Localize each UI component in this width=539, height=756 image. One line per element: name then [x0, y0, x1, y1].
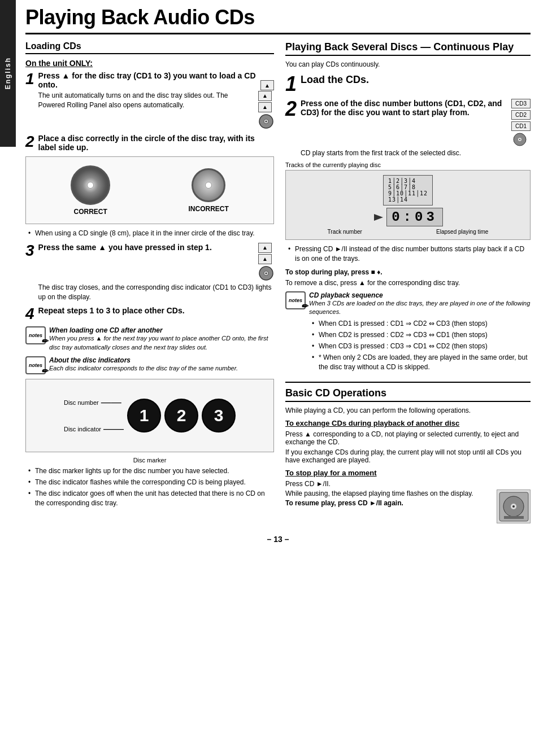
- basic-ops-rule: [285, 382, 531, 383]
- notes-cd-content: CD playback sequence When 3 CDs are load…: [309, 291, 531, 377]
- loading-cds-title: Loading CDs: [25, 41, 274, 54]
- display-area-wrapper: Tracks of the currently playing disc 1│2…: [285, 161, 531, 240]
- disc-num-1: 1: [127, 399, 161, 432]
- step-3-content: ▲ ▲ Press the same ▲ you have pressed in…: [38, 243, 274, 302]
- page-title: Playing Back Audio CDs: [25, 6, 531, 34]
- step-4-number: 4: [25, 306, 34, 322]
- step-1-content: Press ▲ for the disc tray (CD1 to 3) you…: [38, 71, 274, 129]
- right-column: Playing Back Several Discs — Continuous …: [285, 41, 531, 523]
- disc-num-2: 2: [164, 399, 198, 432]
- right-step-2-content: CD3 CD2 CD1 Press one of the disc number…: [301, 99, 531, 157]
- display-bottom-labels: Track number Elapsed playing time: [290, 229, 525, 235]
- play-cursor-icon: [373, 212, 384, 223]
- incorrect-disc: INCORRECT: [188, 168, 228, 213]
- step-4-title: Repeat steps 1 to 3 to place other CDs.: [38, 306, 274, 315]
- disc-indicator-label: Disc indicator: [64, 426, 101, 432]
- cd-seq-4: * When only 2 CDs are loaded, they are p…: [312, 353, 531, 372]
- display-simulation: 1│2│3│4 5│6│7│8 9│10│11│12 13│14 0:03: [285, 170, 531, 240]
- basic-ops-title: Basic CD Operations: [285, 387, 531, 402]
- disc-note-list: When using a CD single (8 cm), place it …: [28, 229, 274, 238]
- step-3: 3 ▲ ▲ Pre: [25, 243, 274, 302]
- pencil-icon-1: ✏: [41, 337, 48, 346]
- continuous-play-title: Playing Back Several Discs — Continuous …: [285, 41, 531, 56]
- page-container: English Playing Back Audio CDs Loading C…: [0, 0, 539, 756]
- step-2-number: 2: [25, 134, 34, 150]
- cd1-btn: CD1: [511, 121, 531, 131]
- cd-device-icon: [498, 491, 529, 522]
- two-column-layout: Loading CDs On the unit ONLY: 1 Press ▲ …: [25, 41, 531, 523]
- disc-note-item: When using a CD single (8 cm), place it …: [28, 229, 274, 238]
- disc-small-icon-2: [258, 265, 274, 281]
- step-4-content: Repeat steps 1 to 3 to place other CDs.: [38, 306, 274, 315]
- incorrect-label: INCORRECT: [188, 205, 228, 213]
- eject-btn-3: ▲: [258, 102, 272, 112]
- eject-btn-1: ▲: [260, 80, 274, 90]
- time-readout: 0:03: [386, 208, 443, 226]
- resume-cd-icon: [497, 490, 531, 523]
- bullet-1: The disc marker lights up for the disc n…: [28, 466, 274, 476]
- exchange-text-2: If you exchange CDs during play, the cur…: [285, 448, 531, 464]
- step-2-content: Place a disc correctly in the circle of …: [38, 134, 274, 152]
- cd-seq-1: When CD1 is pressed : CD1 ⇒ CD2 ⇔ CD3 (t…: [312, 319, 531, 329]
- svg-point-13: [512, 505, 515, 508]
- track-number-label: Track number: [328, 229, 362, 235]
- cd3-btn: CD3: [511, 99, 531, 108]
- step-1: 1 Press ▲ for the disc tray (CD1 to 3) y…: [25, 71, 274, 129]
- language-label: English: [4, 57, 12, 89]
- svg-rect-14: [504, 516, 524, 519]
- correct-label: CORRECT: [73, 208, 107, 216]
- cd-seq-2: When CD2 is pressed : CD2 ⇒ CD3 ⇔ CD1 (t…: [312, 330, 531, 340]
- cd-sequence-text: When 3 CDs are loaded on the disc trays,…: [309, 299, 531, 317]
- step-4: 4 Repeat steps 1 to 3 to place other CDs…: [25, 306, 274, 322]
- exchange-cds-title: To exchange CDs during playback of anoth…: [285, 419, 531, 427]
- disc-numbers: 1 2 3: [127, 399, 236, 432]
- disc-small-icon: [258, 113, 274, 129]
- eject-stack-3: ▲ ▲: [258, 243, 274, 281]
- correct-disc-image: [71, 165, 110, 205]
- cd-play-bullet: Pressing CD ►/II instead of the disc num…: [288, 244, 531, 264]
- notes-content-2: About the disc indicators Each disc indi…: [49, 356, 238, 373]
- disc-number-label: Disc number: [64, 399, 99, 406]
- exchange-text-1: Press ▲ corresponding to a CD, not playi…: [285, 430, 531, 446]
- right-step-1-title: Load the CDs.: [301, 74, 531, 86]
- disc-diagram: CORRECT INCORRECT: [25, 156, 274, 224]
- bullet-2: The disc indicator flashes while the cor…: [28, 478, 274, 487]
- notes-title-2: About the disc indicators: [49, 356, 238, 364]
- step-3-number: 3: [25, 243, 34, 259]
- remove-disc-text: To remove a disc, press ▲ for the corres…: [285, 279, 531, 287]
- cd-buttons-stack: CD3 CD2 CD1: [511, 99, 531, 147]
- step-1-title: Press ▲ for the disc tray (CD1 to 3) you…: [38, 71, 274, 89]
- step-2-title: Place a disc correctly in the circle of …: [38, 134, 274, 152]
- cd-button-disc-icon: [511, 133, 528, 147]
- right-step-1-content: Load the CDs.: [301, 74, 531, 86]
- track-list-display: 1│2│3│4 5│6│7│8 9│10│11│12 13│14: [383, 175, 433, 206]
- bullet-3: The disc indicator goes off when the uni…: [28, 489, 274, 508]
- svg-point-2: [266, 121, 267, 123]
- disc-hole-incorrect: [205, 182, 212, 189]
- main-content: Playing Back Audio CDs Loading CDs On th…: [17, 0, 539, 561]
- svg-point-8: [519, 139, 520, 140]
- disc-bullet-list: The disc marker lights up for the disc n…: [28, 466, 274, 508]
- notes-content-1: When loading one CD after another When y…: [49, 326, 274, 352]
- right-step-1: 1 Load the CDs.: [285, 74, 531, 94]
- notes-icon-cd: notes ✏: [285, 291, 306, 309]
- right-step-1-number: 1: [285, 74, 297, 94]
- notes-box-2: notes ✏ About the disc indicators Each d…: [25, 356, 274, 374]
- notes-text-1: When you press ▲ for the next tray you w…: [49, 334, 274, 352]
- page-number: – 13 –: [25, 535, 531, 544]
- pencil-icon-cd: ✏: [301, 301, 308, 311]
- disc-labels-area: Disc number —— Disc indicator ——: [64, 396, 124, 435]
- elapsed-label: Elapsed playing time: [436, 229, 488, 235]
- step-1-desc: ▲ ▲ The unit automatically turns on and …: [38, 91, 274, 129]
- pencil-icon-2: ✏: [41, 366, 48, 375]
- right-step-2-desc: CD play starts from the first track of t…: [301, 149, 531, 157]
- disc-num-3: 3: [202, 399, 236, 432]
- incorrect-disc-image: [192, 168, 225, 202]
- cd2-btn: CD2: [511, 110, 531, 120]
- tracks-label: Tracks of the currently playing disc: [285, 161, 531, 168]
- disc-number-label-row: Disc number ——: [64, 396, 121, 408]
- stop-moment-title: To stop play for a moment: [285, 469, 531, 477]
- disc-indicator-label-row: Disc indicator ——: [64, 423, 124, 435]
- eject-btn-s3-1: ▲: [258, 243, 272, 253]
- correct-disc: CORRECT: [71, 165, 110, 216]
